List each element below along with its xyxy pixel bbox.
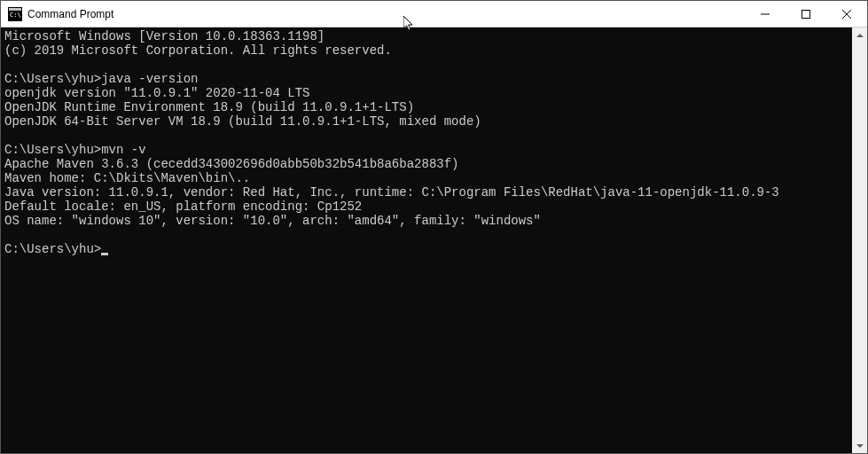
terminal-line: Maven home: C:\Dkits\Maven\bin\.. <box>4 171 250 185</box>
svg-rect-1 <box>9 8 21 11</box>
svg-marker-7 <box>856 34 864 37</box>
terminal-line: C:\Users\yhu>java -version <box>4 72 198 86</box>
terminal-line: OS name: "windows 10", version: "10.0", … <box>4 214 541 228</box>
window-controls <box>745 1 867 27</box>
terminal-line: Apache Maven 3.6.3 (cecedd343002696d0abb… <box>4 157 458 171</box>
maximize-button[interactable] <box>786 1 826 27</box>
cmd-icon: C:\ <box>8 7 22 21</box>
terminal-line: Java version: 11.0.9.1, vendor: Red Hat,… <box>4 185 779 200</box>
vertical-scrollbar[interactable] <box>852 27 867 453</box>
svg-text:C:\: C:\ <box>10 12 21 19</box>
terminal-cursor <box>101 253 108 255</box>
svg-rect-4 <box>802 10 810 18</box>
minimize-button[interactable] <box>745 1 786 27</box>
terminal-line: Default locale: en_US, platform encoding… <box>4 200 362 214</box>
terminal-line: OpenJDK Runtime Environment 18.9 (build … <box>4 100 414 114</box>
terminal-line: (c) 2019 Microsoft Corporation. All righ… <box>4 43 392 58</box>
scroll-down-arrow-icon[interactable] <box>852 438 867 453</box>
window-titlebar[interactable]: C:\ Command Prompt <box>1 1 867 27</box>
window-title: Command Prompt <box>27 8 745 20</box>
terminal-output[interactable]: Microsoft Windows [Version 10.0.18363.11… <box>1 27 852 453</box>
terminal-line: Microsoft Windows [Version 10.0.18363.11… <box>4 29 325 43</box>
terminal-line: C:\Users\yhu>mvn -v <box>4 143 146 157</box>
terminal-prompt: C:\Users\yhu> <box>4 242 101 256</box>
svg-marker-8 <box>856 444 864 448</box>
terminal-line: OpenJDK 64-Bit Server VM 18.9 (build 11.… <box>4 114 481 129</box>
close-button[interactable] <box>826 1 867 27</box>
terminal-line: openjdk version "11.0.9.1" 2020-11-04 LT… <box>4 86 309 100</box>
scroll-up-arrow-icon[interactable] <box>852 27 867 43</box>
